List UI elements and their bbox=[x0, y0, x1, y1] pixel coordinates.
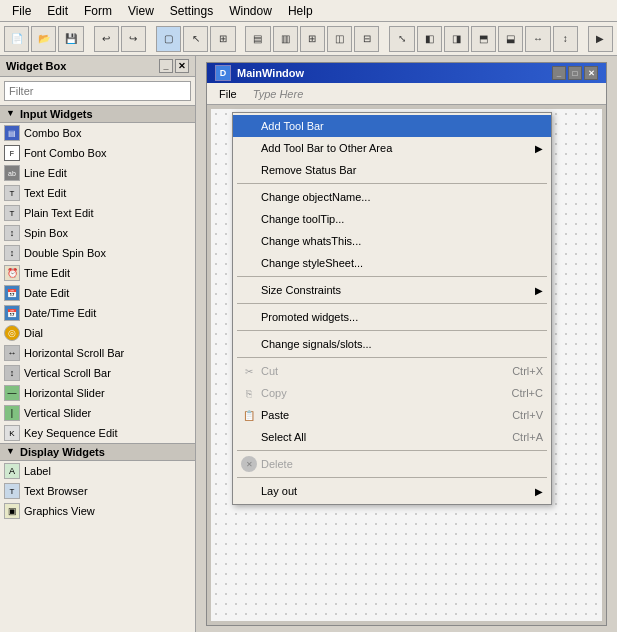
ctx-separator bbox=[237, 477, 547, 478]
toolbar-pointer-btn[interactable]: ↖ bbox=[183, 26, 208, 52]
designer-min-btn[interactable]: _ bbox=[552, 66, 566, 80]
toolbar-flayout-btn[interactable]: ◫ bbox=[327, 26, 352, 52]
toolbar-vlayout-btn[interactable]: ▥ bbox=[273, 26, 298, 52]
widget-label: Double Spin Box bbox=[24, 247, 106, 259]
toolbar-preview-btn[interactable]: ▶ bbox=[588, 26, 613, 52]
toolbar-align1-btn[interactable]: ◧ bbox=[417, 26, 442, 52]
widget-label: Combo Box bbox=[24, 127, 81, 139]
ctx-select-all[interactable]: Select All Ctrl+A bbox=[233, 426, 551, 448]
list-item[interactable]: T Plain Text Edit bbox=[0, 203, 195, 223]
widget-label: Horizontal Slider bbox=[24, 387, 105, 399]
menu-window[interactable]: Window bbox=[221, 2, 280, 20]
toolbar-form-btn[interactable]: ⊞ bbox=[210, 26, 235, 52]
combo-box-icon: ▤ bbox=[4, 125, 20, 141]
designer-menu-file[interactable]: File bbox=[211, 86, 245, 102]
widget-label: Text Edit bbox=[24, 187, 66, 199]
category-input-widgets[interactable]: Input Widgets bbox=[0, 105, 195, 123]
ctx-change-whatsthis[interactable]: Change whatsThis... bbox=[233, 230, 551, 252]
toolbar-open-btn[interactable]: 📂 bbox=[31, 26, 56, 52]
menu-file[interactable]: File bbox=[4, 2, 39, 20]
widget-label: Plain Text Edit bbox=[24, 207, 94, 219]
ctx-lay-out[interactable]: Lay out ▶ bbox=[233, 480, 551, 502]
list-item[interactable]: A Label bbox=[0, 461, 195, 481]
toolbar-align2-btn[interactable]: ◨ bbox=[444, 26, 469, 52]
toolbar-redo-btn[interactable]: ↪ bbox=[121, 26, 146, 52]
list-item[interactable]: T Text Browser bbox=[0, 481, 195, 501]
toolbar-center2-btn[interactable]: ↕ bbox=[553, 26, 578, 52]
ctx-delete: ✕ Delete bbox=[233, 453, 551, 475]
ctx-promoted-widgets[interactable]: Promoted widgets... bbox=[233, 306, 551, 328]
designer-menu-typehere[interactable]: Type Here bbox=[245, 86, 312, 102]
toolbar-glayout-btn[interactable]: ⊞ bbox=[300, 26, 325, 52]
list-item[interactable]: 📅 Date Edit bbox=[0, 283, 195, 303]
toolbar-sep2 bbox=[148, 26, 154, 52]
ctx-change-signals[interactable]: Change signals/slots... bbox=[233, 333, 551, 355]
ctx-label: Size Constraints bbox=[261, 284, 535, 296]
ctx-remove-statusbar[interactable]: Remove Status Bar bbox=[233, 159, 551, 181]
ctx-delete-icon: ✕ bbox=[241, 456, 257, 472]
ctx-shortcut: Ctrl+X bbox=[512, 365, 543, 377]
list-item[interactable]: ab Line Edit bbox=[0, 163, 195, 183]
list-item[interactable]: ▤ Combo Box bbox=[0, 123, 195, 143]
toolbar-select-btn[interactable]: ▢ bbox=[156, 26, 181, 52]
toolbar-sep4 bbox=[381, 26, 387, 52]
list-item[interactable]: | Vertical Slider bbox=[0, 403, 195, 423]
widget-box-float-btn[interactable]: _ bbox=[159, 59, 173, 73]
designer-title: MainWindow bbox=[237, 67, 304, 79]
ctx-add-toolbar-other[interactable]: Add Tool Bar to Other Area ▶ bbox=[233, 137, 551, 159]
toolbar-center1-btn[interactable]: ↔ bbox=[525, 26, 550, 52]
label-icon: A bbox=[4, 463, 20, 479]
widget-label: Date/Time Edit bbox=[24, 307, 96, 319]
category-display-widgets[interactable]: Display Widgets bbox=[0, 443, 195, 461]
toolbar-adjust-btn[interactable]: ⤡ bbox=[389, 26, 414, 52]
list-item[interactable]: ⏰ Time Edit bbox=[0, 263, 195, 283]
ctx-change-stylesheet[interactable]: Change styleSheet... bbox=[233, 252, 551, 274]
ctx-icon bbox=[241, 309, 257, 325]
list-item[interactable]: ↕ Vertical Scroll Bar bbox=[0, 363, 195, 383]
ctx-separator bbox=[237, 183, 547, 184]
toolbar-hlayout-btn[interactable]: ▤ bbox=[245, 26, 270, 52]
widget-filter-input[interactable] bbox=[4, 81, 191, 101]
designer-max-btn[interactable]: □ bbox=[568, 66, 582, 80]
plain-text-edit-icon: T bbox=[4, 205, 20, 221]
ctx-change-objectname[interactable]: Change objectName... bbox=[233, 186, 551, 208]
list-item[interactable]: ▣ Graphics View bbox=[0, 501, 195, 521]
ctx-change-tooltip[interactable]: Change toolTip... bbox=[233, 208, 551, 230]
menu-edit[interactable]: Edit bbox=[39, 2, 76, 20]
ctx-size-constraints[interactable]: Size Constraints ▶ bbox=[233, 279, 551, 301]
key-seq-icon: K bbox=[4, 425, 20, 441]
h-scrollbar-icon: ↔ bbox=[4, 345, 20, 361]
ctx-add-toolbar-icon bbox=[241, 118, 257, 134]
menu-view[interactable]: View bbox=[120, 2, 162, 20]
toolbar-align4-btn[interactable]: ⬓ bbox=[498, 26, 523, 52]
ctx-label: Select All bbox=[261, 431, 492, 443]
toolbar-break-btn[interactable]: ⊟ bbox=[354, 26, 379, 52]
designer-close-btn[interactable]: ✕ bbox=[584, 66, 598, 80]
toolbar-new-btn[interactable]: 📄 bbox=[4, 26, 29, 52]
list-item[interactable]: ◎ Dial bbox=[0, 323, 195, 343]
list-item[interactable]: 📅 Date/Time Edit bbox=[0, 303, 195, 323]
menu-help[interactable]: Help bbox=[280, 2, 321, 20]
list-item[interactable]: K Key Sequence Edit bbox=[0, 423, 195, 443]
font-combo-icon: F bbox=[4, 145, 20, 161]
widget-label: Vertical Scroll Bar bbox=[24, 367, 111, 379]
list-item[interactable]: ↕ Spin Box bbox=[0, 223, 195, 243]
toolbar-undo-btn[interactable]: ↩ bbox=[94, 26, 119, 52]
toolbar-align3-btn[interactable]: ⬒ bbox=[471, 26, 496, 52]
menu-form[interactable]: Form bbox=[76, 2, 120, 20]
menu-settings[interactable]: Settings bbox=[162, 2, 221, 20]
ctx-paste[interactable]: 📋 Paste Ctrl+V bbox=[233, 404, 551, 426]
widget-box-close-btn[interactable]: ✕ bbox=[175, 59, 189, 73]
list-item[interactable]: ↔ Horizontal Scroll Bar bbox=[0, 343, 195, 363]
list-item[interactable]: F Font Combo Box bbox=[0, 143, 195, 163]
list-item[interactable]: T Text Edit bbox=[0, 183, 195, 203]
designer-titlebar: D MainWindow _ □ ✕ bbox=[207, 63, 606, 83]
double-spin-icon: ↕ bbox=[4, 245, 20, 261]
widget-label: Graphics View bbox=[24, 505, 95, 517]
list-item[interactable]: ↕ Double Spin Box bbox=[0, 243, 195, 263]
ctx-add-toolbar[interactable]: Add Tool Bar bbox=[233, 115, 551, 137]
list-item[interactable]: — Horizontal Slider bbox=[0, 383, 195, 403]
toolbar-save-btn[interactable]: 💾 bbox=[58, 26, 83, 52]
ctx-copy-icon: ⎘ bbox=[241, 385, 257, 401]
ctx-separator bbox=[237, 330, 547, 331]
